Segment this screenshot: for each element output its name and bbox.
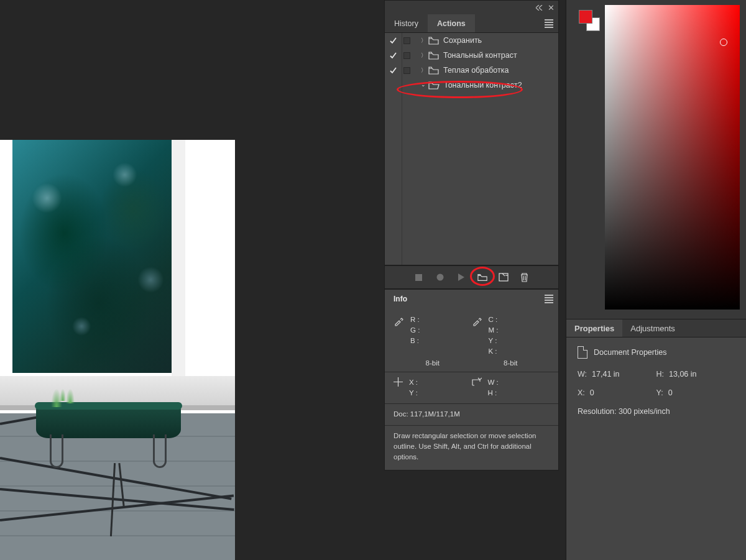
action-label: Теплая обработка <box>439 66 509 75</box>
foreground-swatch[interactable] <box>579 10 592 24</box>
label-c: C : <box>489 314 499 325</box>
action-item-selected[interactable]: ⌄ Тональный контраст2 <box>385 78 558 93</box>
folder-open-icon <box>428 81 440 90</box>
label-m: M : <box>489 325 499 336</box>
properties-title: Document Properties <box>594 348 666 357</box>
bits-rgb: 8-bit <box>394 357 472 367</box>
tab-actions[interactable]: Actions <box>428 14 475 32</box>
tab-adjustments[interactable]: Adjustments <box>622 319 683 337</box>
play-icon[interactable] <box>456 272 466 282</box>
new-set-icon[interactable] <box>477 272 487 282</box>
info-panel: Info R : G : B : C : M : Y : K : <box>384 289 559 470</box>
value-x: 0 <box>590 388 594 397</box>
panel-menu-icon[interactable] <box>545 295 553 303</box>
value-y: 0 <box>668 388 673 397</box>
bits-cmyk: 8-bit <box>472 357 550 367</box>
status-hint: Draw rectangular selection or move selec… <box>394 431 550 462</box>
folder-icon <box>428 52 439 60</box>
eyedropper-icon <box>472 314 482 326</box>
stop-icon[interactable] <box>414 272 424 282</box>
value-width: 17,41 in <box>592 370 619 379</box>
action-item[interactable]: 〉 Тональный контраст <box>385 48 558 63</box>
action-item[interactable]: 〉 Сохранить <box>385 33 558 48</box>
label-b: B : <box>410 336 420 346</box>
color-picker-field[interactable] <box>605 5 740 310</box>
action-label: Тональный контраст2 <box>440 81 522 90</box>
dimension-icon <box>472 377 482 386</box>
document-image[interactable] <box>0 140 235 560</box>
label-r: R : <box>410 314 420 325</box>
right-panel: Properties Adjustments Document Properti… <box>566 0 746 560</box>
color-swatches[interactable] <box>579 10 600 31</box>
info-title: Info <box>394 295 407 303</box>
record-icon[interactable] <box>435 272 445 282</box>
document-icon <box>578 346 587 359</box>
collapse-icon[interactable] <box>535 5 543 11</box>
tab-history[interactable]: History <box>385 14 428 32</box>
label-g: G : <box>410 325 420 336</box>
color-picker-marker[interactable] <box>720 39 727 46</box>
label-x: X: <box>578 388 585 397</box>
trash-icon[interactable] <box>520 272 530 282</box>
svg-rect-0 <box>415 274 422 281</box>
tab-properties[interactable]: Properties <box>566 319 622 337</box>
new-action-icon[interactable] <box>499 272 509 282</box>
label-k: K : <box>489 346 499 357</box>
label-y: Y : <box>489 336 499 346</box>
label-width: W: <box>578 370 587 379</box>
canvas-area[interactable] <box>0 0 382 560</box>
label-y: Y : <box>409 388 418 398</box>
folder-icon <box>428 37 439 45</box>
folder-icon <box>428 67 439 75</box>
close-icon[interactable]: ✕ <box>548 3 555 12</box>
doc-size: Doc: 117,1M/117,1M <box>394 409 550 420</box>
panel-menu-icon[interactable] <box>545 19 553 28</box>
crosshair-icon <box>394 377 403 387</box>
action-label: Тональный контраст <box>439 51 517 60</box>
label-height: H: <box>656 370 665 379</box>
label-w: W : <box>488 377 499 388</box>
action-label: Сохранить <box>439 36 482 45</box>
svg-point-1 <box>436 274 443 281</box>
eyedropper-icon <box>394 314 404 326</box>
label-x: X : <box>409 377 418 388</box>
label-h: H : <box>488 388 499 398</box>
value-height: 13,06 in <box>669 370 696 379</box>
resolution: Resolution: 300 pixels/inch <box>578 407 735 416</box>
actions-panel: ✕ History Actions 〉 Сохранить 〉 Тональны… <box>384 0 559 289</box>
label-y: Y: <box>656 388 663 397</box>
action-item[interactable]: 〉 Теплая обработка <box>385 63 558 78</box>
